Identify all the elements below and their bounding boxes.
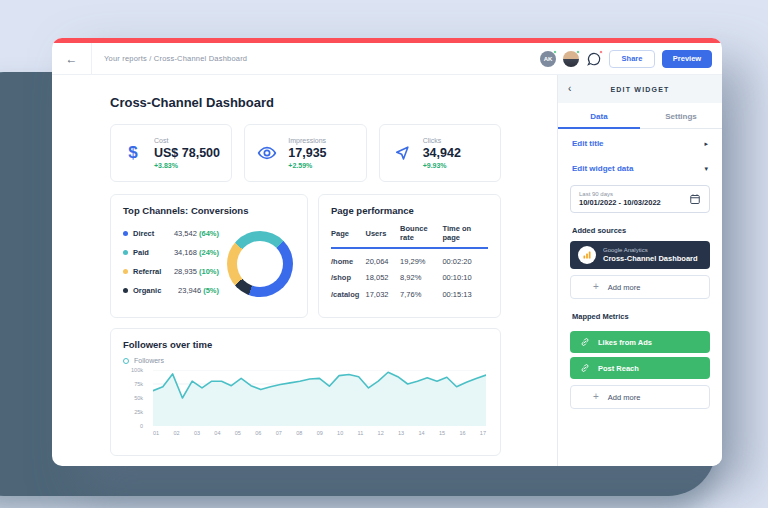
panel-header: ‹ EDIT WIDGET bbox=[558, 75, 722, 103]
panel-tabs: Data Settings bbox=[558, 103, 722, 129]
followers-area-chart bbox=[153, 370, 486, 426]
metric-card-clicks[interactable]: Clicks 34,942 +9.93% bbox=[379, 124, 501, 182]
x-tick-label: 16 bbox=[459, 430, 465, 436]
edit-widget-data-label: Edit widget data bbox=[572, 164, 633, 173]
source-name: Google Analytics bbox=[603, 247, 698, 253]
x-tick-label: 17 bbox=[480, 430, 486, 436]
x-tick-label: 10 bbox=[337, 430, 343, 436]
channels-legend: Direct 43,542 (64%) Paid 34,168 (24%) Re… bbox=[123, 224, 219, 300]
metric-value: US$ 78,500 bbox=[154, 146, 220, 160]
date-range-label: Last 90 days bbox=[579, 191, 661, 197]
breadcrumb: Your reports / Cross-Channel Dashboard bbox=[92, 43, 247, 74]
widget-title: Page performance bbox=[331, 205, 488, 216]
source-title: Cross-Channel Dashboard bbox=[603, 254, 698, 263]
table-row: /catalog 17,032 7,76% 00:15:13 bbox=[331, 282, 488, 299]
google-analytics-icon bbox=[578, 246, 596, 264]
chevron-right-icon: ▸ bbox=[704, 140, 708, 148]
table-cell: 00:15:13 bbox=[442, 282, 488, 299]
top-bar: ← Your reports / Cross-Channel Dashboard… bbox=[52, 43, 722, 75]
metric-delta: +9.93% bbox=[423, 162, 461, 169]
avatar-photo[interactable] bbox=[563, 51, 579, 67]
legend-percent: (5%) bbox=[203, 286, 219, 295]
calendar-icon bbox=[689, 193, 701, 205]
legend-label: Direct bbox=[133, 229, 154, 238]
panel-title: EDIT WIDGET bbox=[610, 86, 669, 93]
x-tick-label: 12 bbox=[378, 430, 384, 436]
y-tick-label: 75k bbox=[134, 381, 143, 387]
followers-widget[interactable]: Followers over time Followers 100k75k50k… bbox=[110, 328, 501, 456]
edit-widget-data-row[interactable]: Edit widget data ▾ bbox=[558, 154, 722, 179]
legend-value: 23,946 bbox=[178, 286, 201, 295]
added-sources-label: Added sources bbox=[572, 226, 708, 235]
back-button[interactable]: ← bbox=[52, 43, 92, 74]
x-tick-label: 14 bbox=[418, 430, 424, 436]
table-cell: 00:02:20 bbox=[442, 249, 488, 266]
x-tick-label: 06 bbox=[255, 430, 261, 436]
table-cell: /shop bbox=[331, 266, 366, 283]
topbar-actions: AK Share Preview bbox=[540, 43, 722, 74]
online-status-dot bbox=[576, 50, 581, 55]
add-source-button[interactable]: + Add more bbox=[570, 275, 710, 299]
add-more-label: Add more bbox=[608, 393, 641, 402]
y-tick-label: 50k bbox=[134, 395, 143, 401]
metric-card-impressions[interactable]: Impressions 17,935 +2.59% bbox=[244, 124, 366, 182]
metric-delta: +3.83% bbox=[154, 162, 220, 169]
share-button[interactable]: Share bbox=[609, 50, 655, 68]
x-tick-label: 03 bbox=[194, 430, 200, 436]
tab-settings[interactable]: Settings bbox=[640, 103, 722, 128]
x-tick-label: 08 bbox=[296, 430, 302, 436]
y-axis-labels: 100k75k50k25k0 bbox=[123, 370, 147, 426]
preview-button[interactable]: Preview bbox=[662, 50, 712, 68]
table-cell: 7,76% bbox=[400, 282, 442, 299]
page-performance-widget[interactable]: Page performance Page Users Bounce rate … bbox=[318, 194, 501, 318]
top-channels-widget[interactable]: Top Channels: Conversions Direct 43,542 … bbox=[110, 194, 308, 318]
app-window: ← Your reports / Cross-Channel Dashboard… bbox=[52, 38, 722, 466]
metric-card-cost[interactable]: $ Cost US$ 78,500 +3.83% bbox=[110, 124, 232, 182]
y-tick-label: 100k bbox=[131, 367, 143, 373]
page-title: Cross-Channel Dashboard bbox=[110, 95, 501, 110]
column-header: Bounce rate bbox=[400, 224, 442, 242]
add-metric-button[interactable]: + Add more bbox=[570, 385, 710, 409]
eye-icon bbox=[255, 143, 279, 163]
source-card-google-analytics[interactable]: Google Analytics Cross-Channel Dashboard bbox=[570, 241, 710, 269]
page-performance-table: Page Users Bounce rate Time on page /hom… bbox=[331, 224, 488, 299]
legend-percent: (10%) bbox=[199, 267, 219, 276]
panel-back-chevron-icon[interactable]: ‹ bbox=[568, 84, 571, 94]
link-icon bbox=[580, 337, 590, 347]
x-tick-label: 11 bbox=[358, 430, 364, 436]
legend-percent: (64%) bbox=[199, 229, 219, 238]
dashboard-main: Cross-Channel Dashboard $ Cost US$ 78,50… bbox=[52, 75, 557, 466]
plus-icon: + bbox=[593, 392, 599, 402]
legend-item: Paid 34,168 (24%) bbox=[123, 243, 219, 262]
x-tick-label: 09 bbox=[317, 430, 323, 436]
chat-bubble-icon[interactable] bbox=[586, 51, 602, 67]
legend-value: 34,168 bbox=[174, 248, 197, 257]
mapped-metric-post-reach[interactable]: Post Reach bbox=[570, 357, 710, 379]
date-range-input[interactable]: Last 90 days 10/01/2022 - 10/03/2022 bbox=[570, 185, 710, 213]
metric-label: Cost bbox=[154, 137, 220, 144]
legend-value: 28,935 bbox=[174, 267, 197, 276]
metric-cards-row: $ Cost US$ 78,500 +3.83% Impressions 17,… bbox=[110, 124, 501, 182]
x-tick-label: 07 bbox=[276, 430, 282, 436]
legend-item: Organic 23,946 (5%) bbox=[123, 281, 219, 300]
table-header-row: Page Users Bounce rate Time on page bbox=[331, 224, 488, 249]
table-cell: /catalog bbox=[331, 282, 366, 299]
link-icon bbox=[580, 363, 590, 373]
mapped-metric-likes-from-ads[interactable]: Likes from Ads bbox=[570, 331, 710, 353]
table-cell: 17,032 bbox=[366, 282, 401, 299]
legend-dot bbox=[123, 250, 128, 255]
add-more-label: Add more bbox=[608, 283, 641, 292]
line-chart: 100k75k50k25k0 0102030405060708091011121… bbox=[123, 370, 488, 442]
table-cell: 19,29% bbox=[400, 249, 442, 266]
x-tick-label: 04 bbox=[214, 430, 220, 436]
online-status-dot bbox=[553, 50, 558, 55]
notification-dot bbox=[599, 50, 604, 55]
chart-legend: Followers bbox=[123, 357, 488, 364]
legend-percent: (24%) bbox=[199, 248, 219, 257]
avatar-ak[interactable]: AK bbox=[540, 51, 556, 67]
cursor-icon bbox=[390, 144, 414, 163]
x-tick-label: 13 bbox=[398, 430, 404, 436]
legend-label: Organic bbox=[133, 286, 161, 295]
tab-data[interactable]: Data bbox=[558, 103, 640, 128]
edit-title-row[interactable]: Edit title ▸ bbox=[558, 129, 722, 154]
